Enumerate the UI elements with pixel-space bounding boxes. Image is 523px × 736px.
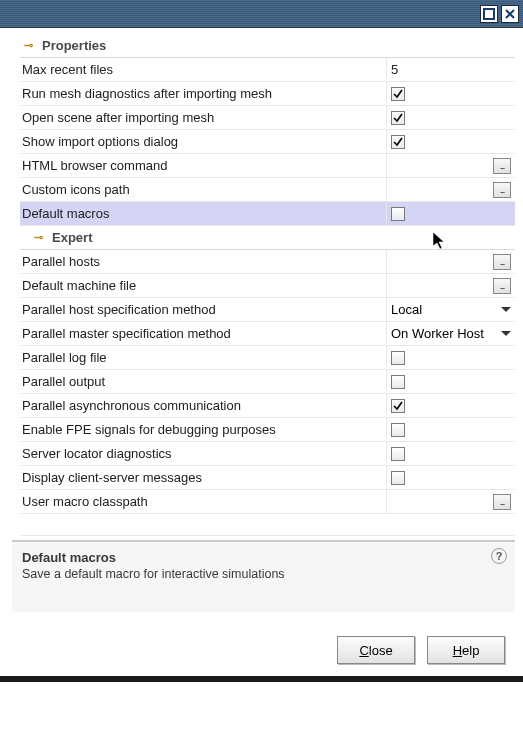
property-value bbox=[387, 394, 515, 417]
description-text: Save a default macro for interactive sim… bbox=[22, 567, 505, 581]
main-panel: ⊸ Properties Max recent files5Run mesh d… bbox=[0, 28, 523, 536]
property-label: Enable FPE signals for debugging purpose… bbox=[20, 418, 387, 441]
maximize-button[interactable] bbox=[480, 5, 498, 23]
property-value: On Worker Host bbox=[387, 322, 515, 345]
dropdown-value[interactable]: On Worker Host bbox=[391, 326, 484, 341]
browse-button[interactable]: ... bbox=[493, 278, 511, 294]
close-label-rest: lose bbox=[369, 643, 393, 658]
property-label: Parallel master specification method bbox=[20, 322, 387, 345]
property-value: ... bbox=[387, 154, 515, 177]
property-label: Default machine file bbox=[20, 274, 387, 297]
browse-button[interactable]: ... bbox=[493, 254, 511, 270]
browse-button[interactable]: ... bbox=[493, 182, 511, 198]
expert-title: Expert bbox=[52, 230, 92, 245]
property-label: Custom icons path bbox=[20, 178, 387, 201]
property-label: Parallel hosts bbox=[20, 250, 387, 273]
property-label: Show import options dialog bbox=[20, 130, 387, 153]
property-label: Parallel log file bbox=[20, 346, 387, 369]
checkbox[interactable] bbox=[391, 423, 405, 437]
property-value: 5 bbox=[387, 58, 515, 81]
property-row-parallel_log_file[interactable]: Parallel log file bbox=[20, 346, 515, 370]
properties-title: Properties bbox=[42, 38, 106, 53]
property-label: Server locator diagnostics bbox=[20, 442, 387, 465]
help-button[interactable]: Help bbox=[427, 636, 505, 664]
close-button[interactable]: Close bbox=[337, 636, 415, 664]
property-value bbox=[387, 130, 515, 153]
button-bar: Close Help bbox=[0, 612, 523, 676]
chevron-down-icon[interactable] bbox=[501, 307, 511, 312]
description-panel: ? Default macros Save a default macro fo… bbox=[12, 540, 515, 612]
close-window-button[interactable] bbox=[501, 5, 519, 23]
property-value bbox=[387, 346, 515, 369]
property-value: ... bbox=[387, 274, 515, 297]
spacer-row bbox=[20, 514, 515, 536]
property-row-run_mesh_diag[interactable]: Run mesh diagnostics after importing mes… bbox=[20, 82, 515, 106]
dropdown-value[interactable]: Local bbox=[391, 302, 422, 317]
property-row-custom_icons_path[interactable]: Custom icons path... bbox=[20, 178, 515, 202]
checkbox[interactable] bbox=[391, 351, 405, 365]
property-row-parallel_output[interactable]: Parallel output bbox=[20, 370, 515, 394]
chevron-down-icon[interactable] bbox=[501, 331, 511, 336]
property-label: Run mesh diagnostics after importing mes… bbox=[20, 82, 387, 105]
footer-border bbox=[0, 676, 523, 682]
property-row-default_macros[interactable]: Default macros bbox=[20, 202, 515, 226]
properties-section-header: ⊸ Properties bbox=[20, 34, 515, 58]
checkbox[interactable] bbox=[391, 135, 405, 149]
titlebar bbox=[0, 0, 523, 28]
property-value: ... bbox=[387, 490, 515, 513]
checkbox[interactable] bbox=[391, 87, 405, 101]
property-row-max_recent_files[interactable]: Max recent files5 bbox=[20, 58, 515, 82]
svg-rect-0 bbox=[484, 9, 494, 19]
checkbox[interactable] bbox=[391, 375, 405, 389]
property-value bbox=[387, 106, 515, 129]
property-row-display_cs_msgs[interactable]: Display client-server messages bbox=[20, 466, 515, 490]
checkbox[interactable] bbox=[391, 111, 405, 125]
help-icon[interactable]: ? bbox=[491, 548, 507, 564]
property-value bbox=[387, 418, 515, 441]
text-value[interactable]: 5 bbox=[391, 62, 398, 77]
property-row-parallel_host_spec[interactable]: Parallel host specification methodLocal bbox=[20, 298, 515, 322]
properties-rows: Max recent files5Run mesh diagnostics af… bbox=[20, 58, 515, 226]
property-value: ... bbox=[387, 178, 515, 201]
key-icon: ⊸ bbox=[24, 39, 38, 52]
property-row-parallel_hosts[interactable]: Parallel hosts... bbox=[20, 250, 515, 274]
browse-button[interactable]: ... bbox=[493, 494, 511, 510]
property-label: Open scene after importing mesh bbox=[20, 106, 387, 129]
property-row-user_macro_classpath[interactable]: User macro classpath... bbox=[20, 490, 515, 514]
property-label: Default macros bbox=[20, 202, 387, 225]
checkbox[interactable] bbox=[391, 207, 405, 221]
property-row-server_locator_diag[interactable]: Server locator diagnostics bbox=[20, 442, 515, 466]
property-value bbox=[387, 442, 515, 465]
property-value bbox=[387, 202, 515, 225]
checkbox[interactable] bbox=[391, 399, 405, 413]
property-label: Display client-server messages bbox=[20, 466, 387, 489]
property-value: ... bbox=[387, 250, 515, 273]
checkbox[interactable] bbox=[391, 471, 405, 485]
property-row-parallel_async_comm[interactable]: Parallel asynchronous communication bbox=[20, 394, 515, 418]
browse-button[interactable]: ... bbox=[493, 158, 511, 174]
property-value bbox=[387, 466, 515, 489]
property-label: HTML browser command bbox=[20, 154, 387, 177]
property-label: Parallel asynchronous communication bbox=[20, 394, 387, 417]
checkbox[interactable] bbox=[391, 447, 405, 461]
property-label: Parallel output bbox=[20, 370, 387, 393]
property-label: Parallel host specification method bbox=[20, 298, 387, 321]
property-row-html_browser_cmd[interactable]: HTML browser command... bbox=[20, 154, 515, 178]
expert-rows: Parallel hosts...Default machine file...… bbox=[20, 250, 515, 514]
key-icon: ⊸ bbox=[34, 231, 48, 244]
description-title: Default macros bbox=[22, 550, 505, 565]
property-row-default_machine_file[interactable]: Default machine file... bbox=[20, 274, 515, 298]
property-row-parallel_master_spec[interactable]: Parallel master specification methodOn W… bbox=[20, 322, 515, 346]
property-value: Local bbox=[387, 298, 515, 321]
property-value bbox=[387, 82, 515, 105]
property-row-open_scene[interactable]: Open scene after importing mesh bbox=[20, 106, 515, 130]
property-label: User macro classpath bbox=[20, 490, 387, 513]
expert-section-header: ⊸ Expert bbox=[20, 226, 515, 250]
property-row-enable_fpe[interactable]: Enable FPE signals for debugging purpose… bbox=[20, 418, 515, 442]
property-label: Max recent files bbox=[20, 58, 387, 81]
property-row-show_import_dlg[interactable]: Show import options dialog bbox=[20, 130, 515, 154]
property-value bbox=[387, 370, 515, 393]
help-label-rest: elp bbox=[462, 643, 479, 658]
